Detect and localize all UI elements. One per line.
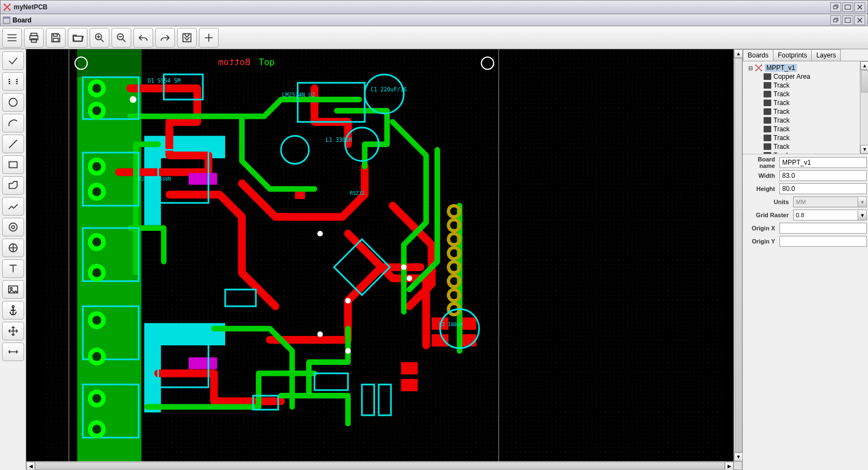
arc-tool[interactable] xyxy=(2,114,24,132)
scroll-v-thumb[interactable] xyxy=(735,58,742,452)
horizontal-scrollbar[interactable]: ◀ ▶ xyxy=(26,461,734,470)
layer-icon xyxy=(764,91,771,97)
move-tool[interactable] xyxy=(2,322,24,340)
titlebar: myNetPCB xyxy=(0,0,868,14)
layer-icon xyxy=(764,82,771,89)
print-button[interactable] xyxy=(24,28,44,48)
via-tool[interactable] xyxy=(2,218,24,236)
scroll-down-button[interactable]: ▼ xyxy=(734,452,742,461)
tree-item[interactable]: Track xyxy=(764,151,866,154)
units-select[interactable]: MM▾ xyxy=(793,196,867,207)
subwindow-bar: Board xyxy=(0,14,868,26)
redo-button[interactable] xyxy=(155,28,175,48)
tree-item-label: Track xyxy=(773,117,790,124)
svg-rect-13 xyxy=(53,33,57,36)
tab-boards[interactable]: Boards xyxy=(743,49,773,61)
width-field[interactable] xyxy=(779,170,867,181)
chevron-down-icon: ▾ xyxy=(858,197,866,207)
sub-maximize-button[interactable] xyxy=(842,15,853,25)
prop-label-height: Height xyxy=(744,185,779,192)
pcb-canvas[interactable]: Top Bottom D1 SS54 SM LM2574N U2 C1 220u… xyxy=(26,49,742,470)
layer-icon xyxy=(764,100,771,106)
tab-layers[interactable]: Layers xyxy=(811,49,841,61)
tab-footprints[interactable]: Footprints xyxy=(773,49,812,61)
zoom-out-button[interactable] xyxy=(112,28,131,48)
zoom-in-button[interactable] xyxy=(90,28,109,48)
tools-sidebar xyxy=(0,49,26,470)
line-tool[interactable] xyxy=(2,135,24,153)
prop-label-units: Units xyxy=(744,199,793,205)
svg-rect-42 xyxy=(189,358,217,369)
svg-point-25 xyxy=(10,287,12,289)
pad-tool[interactable] xyxy=(2,239,24,257)
tree-item[interactable]: Track xyxy=(764,125,866,134)
tree-root-label: MPPT_v1 xyxy=(765,64,797,72)
tree-item[interactable]: Track xyxy=(764,116,866,125)
tree-scroll-up[interactable]: ▲ xyxy=(860,61,868,70)
main-toolbar xyxy=(0,26,868,49)
tree-item[interactable]: Track xyxy=(764,107,866,116)
tree-item[interactable]: Track xyxy=(764,142,866,151)
tree-item[interactable]: Track xyxy=(764,90,866,98)
snap-button[interactable] xyxy=(177,28,197,48)
tree-item-label: Copper Area xyxy=(773,73,810,80)
board-tree[interactable]: ⊟ MPPT_v1 Copper AreaTrackTrackTrackTrac… xyxy=(743,61,868,154)
tree-item[interactable]: Copper Area xyxy=(764,72,866,81)
save-button[interactable] xyxy=(46,28,66,48)
svg-rect-7 xyxy=(3,17,10,19)
chevron-down-icon: ▾ xyxy=(858,210,866,220)
grid-raster-select[interactable]: 0.8▾ xyxy=(793,210,867,221)
image-tool[interactable] xyxy=(2,280,24,299)
origin-y-field[interactable] xyxy=(779,236,867,247)
polygon-tool[interactable] xyxy=(2,176,24,195)
tree-item-label: Track xyxy=(773,125,790,133)
workspace: Top Bottom D1 SS54 SM LM2574N U2 C1 220u… xyxy=(0,49,868,470)
height-field[interactable] xyxy=(779,183,867,194)
menu-button[interactable] xyxy=(2,28,22,48)
layer-icon xyxy=(764,73,771,80)
scroll-right-button[interactable]: ▶ xyxy=(725,462,734,470)
tree-item[interactable]: Track xyxy=(764,98,866,107)
sub-restore-button[interactable] xyxy=(830,15,841,25)
scroll-left-button[interactable]: ◀ xyxy=(26,462,35,470)
vertical-scrollbar[interactable]: ▲ ▼ xyxy=(734,49,742,461)
tree-item[interactable]: Track xyxy=(764,134,866,142)
tree-scroll-thumb[interactable] xyxy=(861,70,868,92)
layer-icon xyxy=(764,143,771,150)
undo-button[interactable] xyxy=(133,28,153,48)
comp-label-l1: L1 330uH xyxy=(326,137,352,143)
track-tool[interactable] xyxy=(2,197,24,216)
layer-icon xyxy=(764,126,771,132)
component-tool[interactable] xyxy=(2,72,24,91)
restore-down-button[interactable] xyxy=(830,2,841,12)
subwindow-title: Board xyxy=(13,16,32,24)
origin-x-field[interactable] xyxy=(779,223,867,234)
app-close-button[interactable] xyxy=(854,2,865,12)
layer-label-top: Top xyxy=(259,57,275,67)
origin-button[interactable] xyxy=(199,28,219,48)
rect-tool[interactable] xyxy=(2,155,24,174)
text-tool[interactable] xyxy=(2,259,24,278)
layer-icon xyxy=(764,108,771,115)
tree-item[interactable]: Track xyxy=(764,81,866,90)
board-name-field[interactable] xyxy=(779,157,867,168)
sub-close-button[interactable] xyxy=(854,15,865,25)
open-button[interactable] xyxy=(68,28,87,48)
tree-scrollbar[interactable]: ▲ ▼ xyxy=(860,61,868,154)
svg-point-71 xyxy=(90,160,104,173)
anchor-tool[interactable] xyxy=(2,301,24,320)
comp-label-t2: T2 IRF9530N xyxy=(138,176,171,182)
tree-root[interactable]: ⊟ MPPT_v1 xyxy=(745,63,866,72)
scroll-h-thumb[interactable] xyxy=(35,462,725,470)
measure-tool[interactable] xyxy=(2,343,24,361)
comp-label-u2: LM2574N U2 xyxy=(282,92,315,98)
scroll-up-button[interactable]: ▲ xyxy=(734,49,742,58)
tree-scroll-down[interactable]: ▼ xyxy=(860,145,868,154)
svg-point-78 xyxy=(90,422,104,436)
svg-point-22 xyxy=(11,225,15,229)
maximize-button[interactable] xyxy=(842,2,853,12)
select-tool[interactable] xyxy=(2,51,24,70)
ellipse-tool[interactable] xyxy=(2,93,24,112)
svg-rect-20 xyxy=(9,162,17,168)
svg-rect-41 xyxy=(189,173,217,184)
